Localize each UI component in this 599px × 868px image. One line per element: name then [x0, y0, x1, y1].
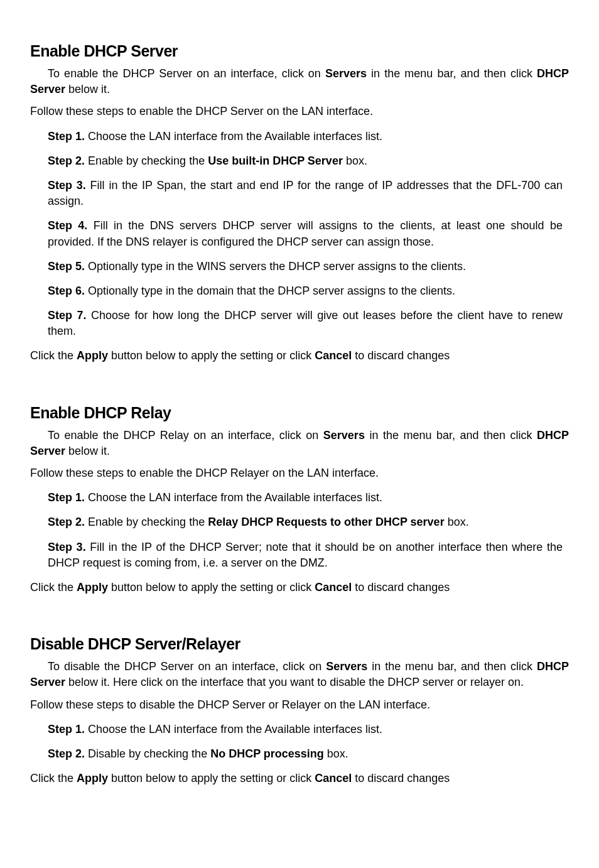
- step-label: Step 4.: [48, 219, 87, 232]
- step-text: Choose the LAN interface from the Availa…: [85, 491, 382, 504]
- bold-use-builtin: Use built-in DHCP Server: [208, 155, 343, 167]
- text: below it. Here click on the interface th…: [65, 676, 524, 688]
- step-label: Step 7.: [48, 309, 86, 322]
- step-text: Fill in the DNS servers DHCP server will…: [48, 219, 563, 247]
- step-7: Step 7. Choose for how long the DHCP ser…: [48, 308, 569, 339]
- step-label: Step 2.: [48, 747, 85, 760]
- bold-no-dhcp-processing: No DHCP processing: [210, 747, 324, 760]
- step-3: Step 3. Fill in the IP of the DHCP Serve…: [48, 540, 569, 571]
- text: Click the: [30, 772, 77, 784]
- bold-apply: Apply: [77, 772, 108, 784]
- step-text: Optionally type in the WINS servers the …: [85, 260, 466, 273]
- step-text: box.: [324, 747, 348, 760]
- text: to discard changes: [352, 772, 450, 784]
- step-2: Step 2. Disable by checking the No DHCP …: [48, 746, 569, 762]
- intro-enable-dhcp-server: To enable the DHCP Server on an interfac…: [30, 66, 569, 97]
- step-label: Step 5.: [48, 260, 85, 273]
- bold-relay-requests: Relay DHCP Requests to other DHCP server: [208, 516, 444, 528]
- step-1: Step 1. Choose the LAN interface from th…: [48, 722, 569, 737]
- text: button below to apply the setting or cli…: [108, 772, 315, 784]
- text: to discard changes: [352, 349, 450, 362]
- text: To enable the DHCP Relay on an interface…: [48, 429, 323, 442]
- step-text: Optionally type in the domain that the D…: [85, 285, 455, 297]
- heading-enable-dhcp-server: Enable DHCP Server: [30, 40, 569, 62]
- follow-enable-dhcp-server: Follow these steps to enable the DHCP Se…: [30, 104, 569, 119]
- step-6: Step 6. Optionally type in the domain th…: [48, 283, 569, 299]
- intro-enable-dhcp-relay: To enable the DHCP Relay on an interface…: [30, 428, 569, 459]
- intro-disable-dhcp: To disable the DHCP Server on an interfa…: [30, 659, 569, 690]
- text: below it.: [65, 445, 110, 457]
- apply-line-2: Click the Apply button below to apply th…: [30, 580, 569, 595]
- text: To enable the DHCP Server on an interfac…: [48, 67, 325, 80]
- step-label: Step 2.: [48, 516, 85, 528]
- text: to discard changes: [352, 581, 450, 594]
- bold-servers: Servers: [323, 429, 365, 442]
- step-label: Step 1.: [48, 491, 85, 504]
- step-text: box.: [445, 516, 469, 528]
- step-label: Step 1.: [48, 723, 85, 735]
- step-text: Fill in the IP of the DHCP Server; note …: [48, 541, 563, 569]
- apply-line-3: Click the Apply button below to apply th…: [30, 771, 569, 786]
- text: Click the: [30, 581, 77, 594]
- text: below it.: [65, 83, 110, 95]
- step-text: Choose the LAN interface from the Availa…: [85, 130, 382, 143]
- step-text: Fill in the IP Span, the start and end I…: [48, 179, 563, 207]
- follow-disable-dhcp: Follow these steps to disable the DHCP S…: [30, 697, 569, 713]
- apply-line-1: Click the Apply button below to apply th…: [30, 348, 569, 364]
- step-text: Choose the LAN interface from the Availa…: [85, 723, 382, 735]
- bold-cancel: Cancel: [315, 772, 352, 784]
- bold-servers: Servers: [326, 660, 367, 673]
- step-4: Step 4. Fill in the DNS servers DHCP ser…: [48, 218, 569, 249]
- step-3: Step 3. Fill in the IP Span, the start a…: [48, 178, 569, 209]
- step-2: Step 2. Enable by checking the Use built…: [48, 153, 569, 169]
- text: in the menu bar, and then click: [365, 429, 537, 442]
- step-label: Step 3.: [48, 541, 86, 553]
- bold-apply: Apply: [77, 581, 108, 594]
- heading-disable-dhcp: Disable DHCP Server/Relayer: [30, 633, 569, 655]
- step-label: Step 3.: [48, 179, 86, 192]
- step-text: Choose for how long the DHCP server will…: [48, 309, 563, 337]
- step-5: Step 5. Optionally type in the WINS serv…: [48, 259, 569, 274]
- text: in the menu bar, and then click: [367, 660, 537, 673]
- step-1: Step 1. Choose the LAN interface from th…: [48, 490, 569, 506]
- step-text: box.: [343, 155, 367, 167]
- step-label: Step 6.: [48, 285, 85, 297]
- step-1: Step 1. Choose the LAN interface from th…: [48, 129, 569, 144]
- text: To disable the DHCP Server on an interfa…: [48, 660, 326, 673]
- bold-cancel: Cancel: [315, 581, 352, 594]
- step-2: Step 2. Enable by checking the Relay DHC…: [48, 514, 569, 530]
- text: button below to apply the setting or cli…: [108, 349, 315, 362]
- text: button below to apply the setting or cli…: [108, 581, 315, 594]
- heading-enable-dhcp-relay: Enable DHCP Relay: [30, 402, 569, 424]
- text: Click the: [30, 349, 77, 362]
- step-text: Enable by checking the: [85, 155, 208, 167]
- bold-cancel: Cancel: [315, 349, 352, 362]
- step-text: Disable by checking the: [85, 747, 210, 760]
- text: in the menu bar, and then click: [367, 67, 537, 80]
- bold-servers: Servers: [325, 67, 367, 80]
- step-text: Enable by checking the: [85, 516, 208, 528]
- bold-apply: Apply: [77, 349, 108, 362]
- step-label: Step 1.: [48, 130, 85, 143]
- step-label: Step 2.: [48, 155, 85, 167]
- follow-enable-dhcp-relay: Follow these steps to enable the DHCP Re…: [30, 465, 569, 481]
